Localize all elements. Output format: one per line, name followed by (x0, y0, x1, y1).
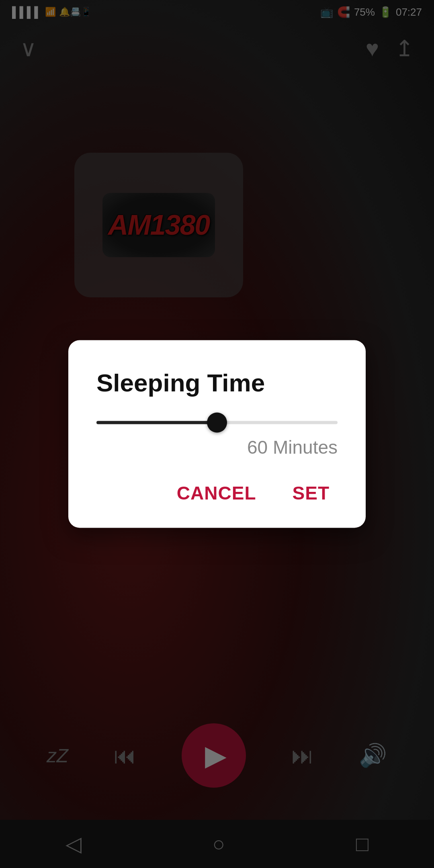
slider-container: 60 Minutes (96, 421, 338, 458)
dialog-title: Sleeping Time (96, 368, 338, 397)
dialog-buttons: CANCEL SET (96, 478, 338, 508)
sleeping-time-dialog: Sleeping Time 60 Minutes CANCEL SET (68, 340, 366, 528)
slider-track (96, 421, 338, 424)
cancel-button[interactable]: CANCEL (169, 478, 264, 508)
slider-value-label: 60 Minutes (96, 436, 338, 458)
set-button[interactable]: SET (285, 478, 338, 508)
